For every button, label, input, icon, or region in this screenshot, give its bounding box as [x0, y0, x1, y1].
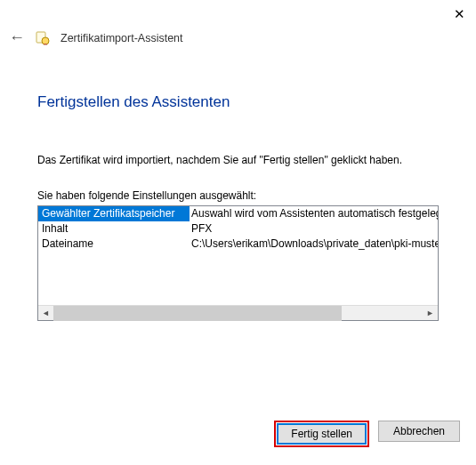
setting-value: Auswahl wird vom Assistenten automatisch… — [190, 206, 438, 221]
intro-text: Das Zertifikat wird importiert, nachdem … — [37, 154, 439, 166]
scroll-thumb[interactable] — [53, 306, 342, 321]
settings-list-body: Gewählter Zertifikatspeicher Auswahl wir… — [38, 206, 438, 305]
setting-key: Inhalt — [38, 221, 190, 237]
page-heading: Fertigstellen des Assistenten — [37, 93, 439, 111]
table-row[interactable]: Gewählter Zertifikatspeicher Auswahl wir… — [38, 206, 438, 221]
back-arrow-icon[interactable]: ← — [9, 28, 25, 47]
footer-buttons: Fertig stellen Abbrechen — [274, 421, 460, 447]
svg-point-1 — [42, 37, 49, 44]
scroll-right-icon[interactable]: ► — [423, 306, 438, 321]
close-icon[interactable]: ✕ — [454, 7, 465, 20]
content-area: Fertigstellen des Assistenten Das Zertif… — [0, 52, 476, 321]
finish-button[interactable]: Fertig stellen — [277, 423, 367, 445]
finish-highlight: Fertig stellen — [274, 421, 369, 447]
certificate-wizard-icon — [36, 31, 50, 45]
table-row[interactable]: Inhalt PFX — [38, 221, 438, 237]
table-row[interactable]: Dateiname C:\Users\erikam\Downloads\priv… — [38, 237, 438, 252]
setting-key: Dateiname — [38, 237, 190, 252]
setting-key: Gewählter Zertifikatspeicher — [38, 206, 190, 221]
titlebar: ✕ — [0, 0, 476, 27]
settings-label: Sie haben folgende Einstellungen ausgewä… — [37, 189, 439, 202]
cancel-button[interactable]: Abbrechen — [378, 421, 460, 442]
horizontal-scrollbar[interactable]: ◄ ► — [38, 305, 438, 320]
wizard-title: Zertifikatimport-Assistent — [61, 32, 183, 44]
wizard-header: ← Zertifikatimport-Assistent — [0, 27, 476, 52]
setting-value: C:\Users\erikam\Downloads\private_daten\… — [190, 237, 438, 252]
setting-value: PFX — [190, 221, 212, 237]
scroll-track[interactable] — [53, 306, 423, 321]
settings-listbox[interactable]: Gewählter Zertifikatspeicher Auswahl wir… — [37, 205, 439, 321]
scroll-left-icon[interactable]: ◄ — [38, 306, 53, 321]
